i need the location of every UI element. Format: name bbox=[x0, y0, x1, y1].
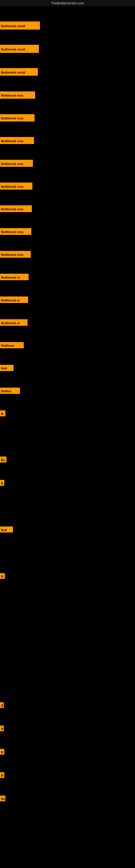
bar-label-24: B bbox=[0, 725, 4, 731]
bar-label-9: Bottleneck resu bbox=[0, 205, 32, 212]
bar-label-15: Bottlenec bbox=[0, 342, 24, 348]
bar-item-12: Bottleneck re bbox=[0, 274, 29, 280]
bar-label-20: B bbox=[0, 480, 4, 486]
bar-label-7: Bottleneck resu bbox=[0, 160, 33, 167]
bar-item-20: B bbox=[0, 480, 4, 486]
bar-item-6: Bottleneck resu bbox=[0, 137, 34, 144]
bar-label-22: B bbox=[0, 573, 5, 579]
bar-item-4: Bottleneck resu bbox=[0, 91, 35, 99]
bar-item-3: Bottleneck result bbox=[0, 68, 38, 76]
bar-item-24: B bbox=[0, 725, 4, 731]
bar-label-26: B bbox=[0, 772, 4, 778]
bar-item-8: Bottleneck resu bbox=[0, 183, 32, 190]
bar-item-11: Bottleneck resu bbox=[0, 251, 31, 258]
bar-label-18: B bbox=[0, 410, 5, 416]
bar-label-4: Bottleneck resu bbox=[0, 91, 35, 99]
bar-label-1: Bottleneck result bbox=[0, 22, 40, 30]
bar-label-2: Bottleneck result bbox=[0, 45, 39, 53]
bar-item-18: B bbox=[0, 410, 5, 416]
bar-item-1: Bottleneck result bbox=[0, 22, 40, 30]
bar-label-19: Bo bbox=[0, 457, 6, 463]
bar-item-5: Bottleneck resu bbox=[0, 114, 35, 122]
bar-label-10: Bottleneck resu bbox=[0, 228, 31, 235]
bar-label-12: Bottleneck re bbox=[0, 274, 29, 280]
chart-container: Bottleneck resultBottleneck resultBottle… bbox=[0, 6, 135, 868]
bar-item-25: B bbox=[0, 749, 4, 755]
bar-item-7: Bottleneck resu bbox=[0, 160, 33, 167]
bar-label-16: Bott bbox=[0, 365, 13, 371]
bar-item-19: Bo bbox=[0, 457, 6, 463]
bar-label-21: Bott bbox=[0, 527, 13, 532]
bar-label-11: Bottleneck resu bbox=[0, 251, 31, 258]
bar-label-8: Bottleneck resu bbox=[0, 183, 32, 190]
bar-item-2: Bottleneck result bbox=[0, 45, 39, 53]
bar-item-9: Bottleneck resu bbox=[0, 205, 32, 212]
bar-item-21: Bott bbox=[0, 527, 13, 532]
bar-item-26: B bbox=[0, 772, 4, 778]
bar-label-17: Bottlen bbox=[0, 388, 20, 394]
bar-item-23: B bbox=[0, 702, 4, 708]
site-title: TheBottlenecker.com bbox=[0, 0, 135, 6]
bar-label-27: Bo bbox=[0, 796, 5, 801]
bar-label-6: Bottleneck resu bbox=[0, 137, 34, 144]
bar-label-14: Bottleneck re bbox=[0, 319, 28, 326]
bar-item-13: Bottleneck re bbox=[0, 297, 28, 303]
bar-label-23: B bbox=[0, 702, 4, 708]
bar-item-15: Bottlenec bbox=[0, 342, 24, 348]
bar-label-5: Bottleneck resu bbox=[0, 114, 35, 122]
bar-item-22: B bbox=[0, 573, 5, 579]
bar-item-10: Bottleneck resu bbox=[0, 228, 31, 235]
bar-item-14: Bottleneck re bbox=[0, 319, 28, 326]
bar-item-27: Bo bbox=[0, 796, 5, 801]
bar-label-25: B bbox=[0, 749, 4, 755]
bar-item-16: Bott bbox=[0, 365, 13, 371]
bar-item-17: Bottlen bbox=[0, 388, 20, 394]
bar-label-13: Bottleneck re bbox=[0, 297, 28, 303]
bar-label-3: Bottleneck result bbox=[0, 68, 38, 76]
